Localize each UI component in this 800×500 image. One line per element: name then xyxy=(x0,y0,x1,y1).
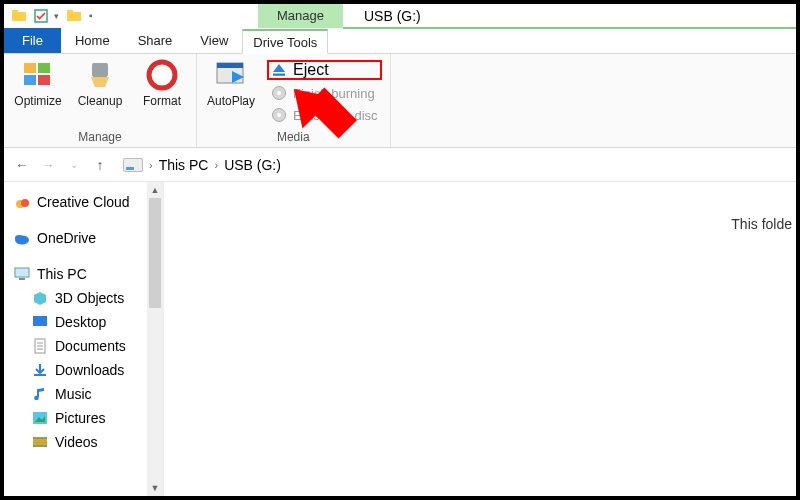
svg-rect-3 xyxy=(67,12,81,21)
documents-icon xyxy=(32,338,48,354)
qa-dropdown-icon[interactable]: ▾ xyxy=(54,11,59,21)
creative-cloud-icon xyxy=(14,194,30,210)
erase-disc-label: Erase this disc xyxy=(293,108,378,123)
erase-disc-button: Erase this disc xyxy=(267,106,382,124)
nav-label: Documents xyxy=(55,334,126,358)
nav-label: Creative Cloud xyxy=(37,190,130,214)
format-button[interactable]: Format xyxy=(136,58,188,108)
nav-creative-cloud[interactable]: Creative Cloud xyxy=(14,190,159,214)
nav-label: Downloads xyxy=(55,358,124,382)
nav-label: Pictures xyxy=(55,406,106,430)
navigation-bar: ← → ⌄ ↑ › This PC › USB (G:) xyxy=(4,148,796,182)
onedrive-icon xyxy=(14,230,30,246)
ribbon-tabs: File Home Share View Drive Tools xyxy=(4,28,796,54)
optimize-icon xyxy=(21,58,55,92)
videos-icon xyxy=(32,434,48,450)
nav-desktop[interactable]: Desktop xyxy=(14,310,159,334)
svg-point-20 xyxy=(277,113,281,117)
autoplay-icon xyxy=(214,58,248,92)
svg-rect-25 xyxy=(15,268,29,277)
cleanup-label: Cleanup xyxy=(78,94,123,108)
tab-share[interactable]: Share xyxy=(124,28,187,53)
eject-button[interactable]: Eject xyxy=(267,60,382,80)
nav-videos[interactable]: Videos xyxy=(14,430,159,454)
format-icon xyxy=(145,58,179,92)
finish-burning-label: Finish burning xyxy=(293,86,375,101)
optimize-label: Optimize xyxy=(14,94,61,108)
disc-erase-icon xyxy=(271,107,287,123)
navpane-scrollbar[interactable]: ▲ ▼ xyxy=(147,182,163,496)
svg-rect-7 xyxy=(24,75,36,85)
nav-recent-dropdown[interactable]: ⌄ xyxy=(64,159,84,170)
nav-downloads[interactable]: Downloads xyxy=(14,358,159,382)
scroll-up-icon[interactable]: ▲ xyxy=(147,182,163,198)
qa-properties-icon[interactable] xyxy=(34,9,48,23)
ribbon-group-media: AutoPlay Eject Finish burning xyxy=(197,54,391,147)
nav-pictures[interactable]: Pictures xyxy=(14,406,159,430)
nav-label: OneDrive xyxy=(37,226,96,250)
downloads-icon xyxy=(32,362,48,378)
empty-folder-hint: This folde xyxy=(731,216,792,232)
svg-rect-0 xyxy=(12,12,26,21)
svg-point-11 xyxy=(157,70,167,80)
svg-rect-39 xyxy=(33,445,47,447)
svg-point-18 xyxy=(277,91,281,95)
nav-label: Desktop xyxy=(55,310,106,334)
ribbon-group-media-label: Media xyxy=(205,128,382,147)
scroll-down-icon[interactable]: ▼ xyxy=(147,480,163,496)
breadcrumb-drive[interactable]: USB (G:) xyxy=(224,157,281,173)
ribbon-group-manage-label: Manage xyxy=(12,128,188,147)
navigation-pane: Creative Cloud OneDrive This PC 3D Objec… xyxy=(4,182,164,496)
drive-icon xyxy=(123,158,143,172)
nav-this-pc[interactable]: This PC xyxy=(14,262,159,286)
svg-marker-15 xyxy=(273,64,285,72)
nav-documents[interactable]: Documents xyxy=(14,334,159,358)
nav-back-button[interactable]: ← xyxy=(12,157,32,173)
nav-onedrive[interactable]: OneDrive xyxy=(14,226,159,250)
nav-up-button[interactable]: ↑ xyxy=(90,157,110,173)
explorer-icon xyxy=(12,9,26,23)
ribbon-group-manage: Optimize Cleanup Format Manage xyxy=(4,54,197,147)
finish-burning-button: Finish burning xyxy=(267,84,382,102)
svg-rect-1 xyxy=(12,10,18,13)
nav-3d-objects[interactable]: 3D Objects xyxy=(14,286,159,310)
this-pc-icon xyxy=(14,266,30,282)
title-bar: ▾ ▪ Manage USB (G:) xyxy=(4,4,796,28)
svg-rect-13 xyxy=(217,63,243,68)
autoplay-button[interactable]: AutoPlay xyxy=(205,58,257,108)
cleanup-button[interactable]: Cleanup xyxy=(74,58,126,108)
svg-rect-8 xyxy=(38,75,50,85)
pictures-icon xyxy=(32,410,48,426)
objects3d-icon xyxy=(32,290,48,306)
qa-overflow-icon[interactable]: ▪ xyxy=(89,10,93,21)
svg-point-34 xyxy=(34,396,39,401)
autoplay-label: AutoPlay xyxy=(207,94,255,108)
address-bar[interactable]: › This PC › USB (G:) xyxy=(116,153,788,177)
qa-folder-icon[interactable] xyxy=(67,9,81,23)
breadcrumb-this-pc[interactable]: This PC xyxy=(159,157,209,173)
cleanup-icon xyxy=(83,58,117,92)
nav-music[interactable]: Music xyxy=(14,382,159,406)
svg-point-24 xyxy=(15,235,23,241)
nav-label: 3D Objects xyxy=(55,286,124,310)
chevron-right-icon: › xyxy=(149,159,153,171)
nav-forward-button[interactable]: → xyxy=(38,157,58,173)
svg-rect-4 xyxy=(67,10,73,13)
eject-label: Eject xyxy=(293,61,329,79)
nav-label: Music xyxy=(55,382,92,406)
desktop-icon xyxy=(32,314,48,330)
tab-file[interactable]: File xyxy=(4,28,61,53)
eject-icon xyxy=(271,62,287,78)
file-list-area[interactable]: This folde xyxy=(164,182,796,496)
svg-point-22 xyxy=(21,199,29,207)
optimize-button[interactable]: Optimize xyxy=(12,58,64,108)
ribbon: Optimize Cleanup Format Manage xyxy=(4,54,796,148)
tab-home[interactable]: Home xyxy=(61,28,124,53)
tab-drive-tools[interactable]: Drive Tools xyxy=(242,29,328,54)
file-explorer-window: ▾ ▪ Manage USB (G:) File Home Share View… xyxy=(0,0,800,500)
svg-rect-9 xyxy=(92,63,108,77)
disc-burn-icon xyxy=(271,85,287,101)
tab-view[interactable]: View xyxy=(186,28,242,53)
quick-access-toolbar: ▾ ▪ xyxy=(4,9,93,23)
scroll-thumb[interactable] xyxy=(149,198,161,308)
